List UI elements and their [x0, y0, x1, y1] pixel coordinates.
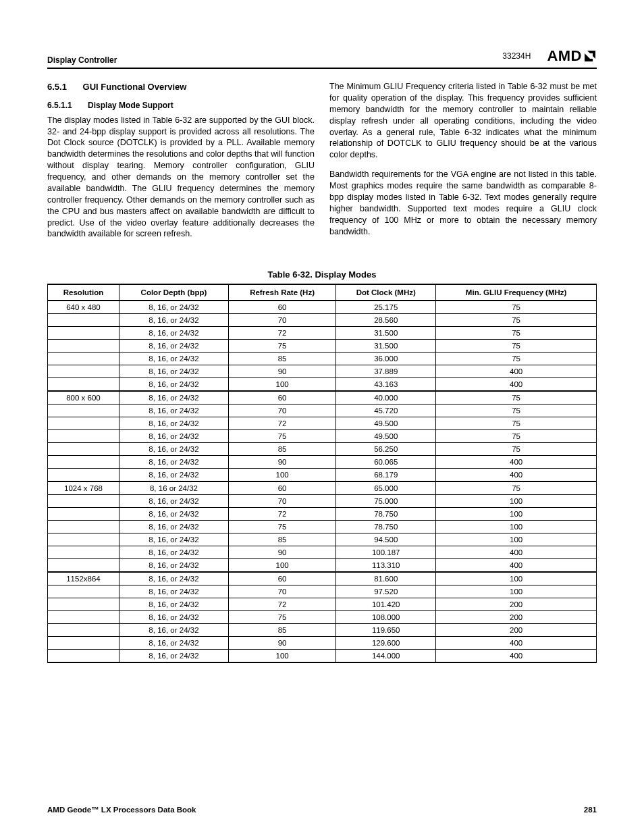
table-header-row: Resolution Color Depth (bpp) Refresh Rat…: [48, 284, 597, 301]
cell-refresh-rate: 72: [228, 508, 336, 521]
cell-resolution: [48, 353, 119, 365]
cell-color-depth: 8, 16, or 24/32: [119, 443, 228, 456]
cell-color-depth: 8, 16, or 24/32: [119, 456, 228, 469]
cell-color-depth: 8, 16, or 24/32: [119, 430, 228, 443]
cell-min-gliu: 100: [436, 508, 597, 521]
section-number: 6.5.1: [47, 82, 67, 92]
table-row: 8, 16, or 24/327278.750100: [48, 508, 597, 521]
cell-resolution: [48, 611, 119, 624]
cell-dot-clock: 113.310: [336, 559, 436, 573]
cell-min-gliu: 75: [436, 314, 597, 327]
table-row: 8, 16, or 24/329060.065400: [48, 456, 597, 469]
table-row: 8, 16, or 24/3272101.420200: [48, 598, 597, 611]
table-row: 8, 16, or 24/3275108.000200: [48, 611, 597, 624]
cell-min-gliu: 100: [436, 495, 597, 508]
cell-color-depth: 8, 16 or 24/32: [119, 481, 228, 495]
cell-min-gliu: 400: [436, 559, 597, 573]
cell-resolution: 1152x864: [48, 572, 119, 585]
cell-min-gliu: 75: [436, 417, 597, 430]
cell-refresh-rate: 90: [228, 637, 336, 650]
cell-dot-clock: 25.175: [336, 301, 436, 314]
cell-resolution: [48, 405, 119, 417]
cell-refresh-rate: 70: [228, 314, 336, 327]
left-column: 6.5.1 GUI Functional Overview 6.5.1.1 Di…: [47, 81, 315, 248]
cell-refresh-rate: 85: [228, 353, 336, 365]
cell-resolution: [48, 559, 119, 573]
header-section: Display Controller: [47, 55, 117, 65]
cell-refresh-rate: 75: [228, 521, 336, 533]
cell-refresh-rate: 100: [228, 469, 336, 482]
cell-min-gliu: 400: [436, 378, 597, 392]
cell-dot-clock: 36.000: [336, 353, 436, 365]
subsection-title: Display Mode Support: [88, 101, 173, 110]
table-row: 8, 16, or 24/3285119.650200: [48, 624, 597, 637]
table-row: 8, 16, or 24/3290100.187400: [48, 546, 597, 559]
cell-dot-clock: 56.250: [336, 443, 436, 456]
cell-color-depth: 8, 16, or 24/32: [119, 378, 228, 392]
table-row: 1024 x 7688, 16 or 24/326065.00075: [48, 481, 597, 495]
cell-min-gliu: 400: [436, 650, 597, 663]
cell-refresh-rate: 70: [228, 405, 336, 417]
table-row: 8, 16, or 24/328556.25075: [48, 443, 597, 456]
cell-resolution: [48, 637, 119, 650]
cell-resolution: [48, 469, 119, 482]
table-row: 8, 16, or 24/327028.56075: [48, 314, 597, 327]
cell-min-gliu: 100: [436, 585, 597, 598]
paragraph-right-2: Bandwidth requirements for the VGA engin…: [329, 169, 597, 237]
cell-min-gliu: 75: [436, 340, 597, 353]
cell-refresh-rate: 60: [228, 572, 336, 585]
cell-dot-clock: 129.600: [336, 637, 436, 650]
table-row: 8, 16, or 24/3210043.163400: [48, 378, 597, 392]
cell-min-gliu: 400: [436, 637, 597, 650]
cell-refresh-rate: 90: [228, 546, 336, 559]
cell-resolution: [48, 430, 119, 443]
cell-color-depth: 8, 16, or 24/32: [119, 508, 228, 521]
cell-refresh-rate: 72: [228, 327, 336, 340]
cell-resolution: [48, 456, 119, 469]
footer-right: 281: [584, 806, 597, 814]
cell-resolution: [48, 314, 119, 327]
table-row: 8, 16, or 24/327549.50075: [48, 430, 597, 443]
th-resolution: Resolution: [48, 284, 119, 301]
content-columns: 6.5.1 GUI Functional Overview 6.5.1.1 Di…: [47, 81, 597, 248]
cell-refresh-rate: 85: [228, 624, 336, 637]
cell-color-depth: 8, 16, or 24/32: [119, 546, 228, 559]
cell-refresh-rate: 60: [228, 481, 336, 495]
cell-dot-clock: 81.600: [336, 572, 436, 585]
cell-refresh-rate: 75: [228, 340, 336, 353]
cell-color-depth: 8, 16, or 24/32: [119, 417, 228, 430]
cell-dot-clock: 28.560: [336, 314, 436, 327]
cell-refresh-rate: 72: [228, 417, 336, 430]
cell-dot-clock: 101.420: [336, 598, 436, 611]
amd-logo-text: AMD: [547, 47, 582, 65]
cell-dot-clock: 31.500: [336, 340, 436, 353]
cell-refresh-rate: 75: [228, 611, 336, 624]
page-footer: AMD Geode™ LX Processors Data Book 281: [47, 806, 597, 814]
cell-color-depth: 8, 16, or 24/32: [119, 301, 228, 314]
table-row: 8, 16, or 24/32100113.310400: [48, 559, 597, 573]
table-row: 8, 16, or 24/327045.72075: [48, 405, 597, 417]
cell-refresh-rate: 60: [228, 301, 336, 314]
cell-resolution: 1024 x 768: [48, 481, 119, 495]
cell-dot-clock: 68.179: [336, 469, 436, 482]
cell-resolution: [48, 521, 119, 533]
th-dot-clock: Dot Clock (MHz): [336, 284, 436, 301]
cell-min-gliu: 200: [436, 598, 597, 611]
cell-refresh-rate: 90: [228, 365, 336, 378]
cell-refresh-rate: 60: [228, 391, 336, 405]
subsection-heading: 6.5.1.1 Display Mode Support: [47, 100, 315, 111]
table-row: 8, 16, or 24/327531.50075: [48, 340, 597, 353]
cell-refresh-rate: 70: [228, 585, 336, 598]
cell-min-gliu: 100: [436, 533, 597, 546]
th-color-depth: Color Depth (bpp): [119, 284, 228, 301]
table-row: 8, 16, or 24/327097.520100: [48, 585, 597, 598]
cell-refresh-rate: 70: [228, 495, 336, 508]
cell-min-gliu: 200: [436, 611, 597, 624]
paragraph-right-1: The Minimum GLIU Frequency criteria list…: [329, 81, 597, 161]
cell-dot-clock: 78.750: [336, 521, 436, 533]
table-row: 8, 16, or 24/328536.00075: [48, 353, 597, 365]
table-row: 8, 16, or 24/329037.889400: [48, 365, 597, 378]
cell-refresh-rate: 100: [228, 378, 336, 392]
cell-dot-clock: 37.889: [336, 365, 436, 378]
cell-dot-clock: 97.520: [336, 585, 436, 598]
